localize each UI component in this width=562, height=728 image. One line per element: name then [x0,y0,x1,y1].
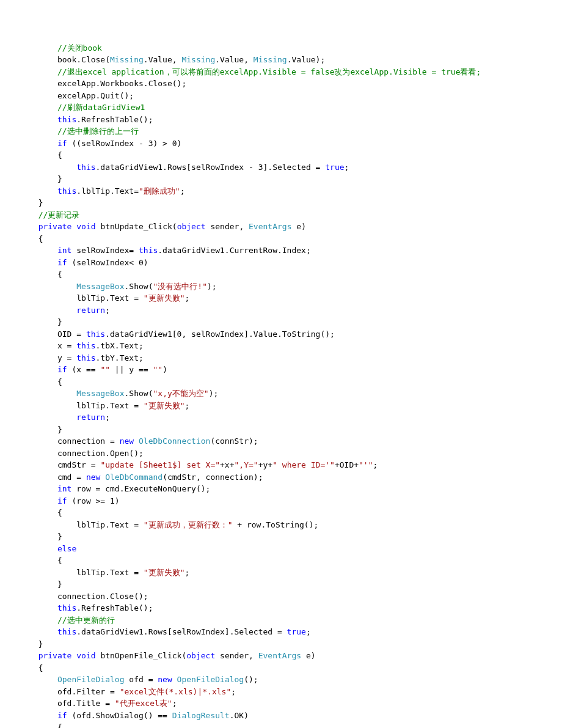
code-token: +x+ [220,460,234,469]
code-token: +y+ [258,460,272,469]
code-token: this [139,246,158,255]
code-token: } [38,198,43,207]
code-token: if [57,365,67,374]
code-token: ofd.Filter = [57,687,120,696]
code-line: int row = cmd.ExecuteNonQuery(); [0,483,562,495]
code-token: ; [184,568,189,577]
code-token: { [57,150,62,160]
code-token: new [120,436,134,446]
code-token: { [57,508,62,517]
code-line: ofd.Filter = "excel文件(*.xls)|*.xls"; [0,686,562,698]
code-line: this.RefreshTable(); [0,602,562,614]
code-line: if (ofd.ShowDialog() == DialogResult.OK) [0,710,562,722]
code-token: ((selRowIndex - 3) > 0) [67,139,182,148]
code-token: private [38,651,72,660]
code-token: MessageBox [76,389,124,398]
code-token: new [86,472,100,482]
code-token: lblTip.Text = [76,568,144,577]
code-token: connection.Open(); [57,449,144,458]
code-line: OpenFileDialog ofd = new OpenFileDialog(… [0,674,562,686]
code-token: .Show( [125,282,153,291]
code-token: .OK) [230,711,249,720]
code-line: MessageBox.Show("没有选中行!"); [0,281,562,293]
code-line: { [0,268,562,281]
code-line: } [0,424,562,436]
code-token: if [57,139,67,148]
code-line: excelApp.Workbooks.Close(); [0,78,562,90]
code-line: //选中更新的行 [0,614,562,627]
code-token: true [325,163,344,172]
code-line: cmd = new OleDbCommand(cmdStr, connectio… [0,471,562,483]
code-token: +OID+ [335,460,359,469]
code-token: ; [184,401,189,410]
code-line: connection.Open(); [0,447,562,460]
code-token: .dataGridView1.Rows[selRowIndex - 3].Sel… [96,163,326,172]
code-line: this.dataGridView1.Rows[selRowIndex - 3]… [0,161,562,174]
code-token: cmdStr = [57,460,100,469]
code-token: .dataGridView1.Rows[selRowIndex].Selecte… [76,627,286,636]
code-token: this [76,353,95,362]
code-token: "x,y不能为空" [153,389,208,398]
code-token: lblTip.Text = [76,520,144,529]
code-token: .tbY.Text; [96,353,144,362]
code-line: connection = new OleDbConnection(connStr… [0,435,562,447]
code-token: EventArgs [258,651,301,660]
code-token: (cmdStr, connection); [162,472,263,482]
code-line: } [0,173,562,185]
code-token: //更新记录 [38,210,80,219]
code-token: lblTip.Text = [76,401,144,410]
code-token: { [38,234,43,243]
code-token: this [86,329,105,339]
code-line: this.lblTip.Text="删除成功"; [0,185,562,197]
code-line: //退出excel application，可以将前面的excelApp.Vis… [0,66,562,78]
code-token: || y == [110,365,153,374]
code-line: private void btnOpenFile_Click(object se… [0,650,562,662]
code-token: .dataGridView1[0, selRowIndex].Value.ToS… [105,329,335,339]
code-token: ; [306,627,311,636]
code-token: this [57,627,76,636]
code-token: "excel文件(*.xls)|*.xls" [120,687,232,696]
code-token: e) [301,651,315,660]
code-token: .RefreshTable(); [76,603,153,612]
code-token: "更新失败" [144,293,185,303]
code-token: { [57,722,62,728]
code-token: (selRowIndex< 0) [67,258,148,267]
code-line: } [0,531,562,543]
code-token: ; [184,293,189,303]
code-token: Missing [254,55,287,64]
code-line: } [0,316,562,328]
code-line: connection.Close(); [0,590,562,603]
code-token: DialogResult [172,711,230,720]
code-token: excelApp.Workbooks.Close(); [57,79,186,88]
code-line: return; [0,304,562,317]
code-token: return [76,306,105,315]
code-token: if [57,496,67,506]
code-token: this [76,341,95,350]
code-line: y = this.tbY.Text; [0,352,562,364]
code-token: "更新失败" [144,568,185,577]
code-line: { [0,149,562,161]
code-token: this [57,186,76,196]
code-token: " where ID='" [272,460,335,469]
code-line: book.Close(Missing.Value, Missing.Value,… [0,54,562,66]
code-token: .tbX.Text; [96,341,144,350]
code-line: lblTip.Text = "更新失败"; [0,567,562,579]
code-token: .lblTip.Text= [76,186,139,196]
code-token: "代开excel表" [115,699,172,708]
code-token: ofd.Title = [57,699,115,708]
code-line: else [0,543,562,555]
code-line: } [0,578,562,590]
code-token: excelApp.Quit(); [57,91,134,100]
code-block: //关闭book book.Close(Missing.Value, Missi… [0,42,562,729]
code-token: (x == [67,365,101,374]
code-token: btnUpdate_Click( [96,222,177,231]
code-token: .RefreshTable(); [76,115,153,124]
code-token: //刷新dataGridView1 [57,103,145,112]
code-token: int [57,246,71,255]
code-token: private [38,222,72,231]
code-token: book.Close( [57,55,110,64]
code-token: else [57,544,76,553]
code-line: { [0,233,562,245]
code-line: lblTip.Text = "更新成功，更新行数：" + row.ToStrin… [0,519,562,531]
code-token: ); [207,282,217,291]
